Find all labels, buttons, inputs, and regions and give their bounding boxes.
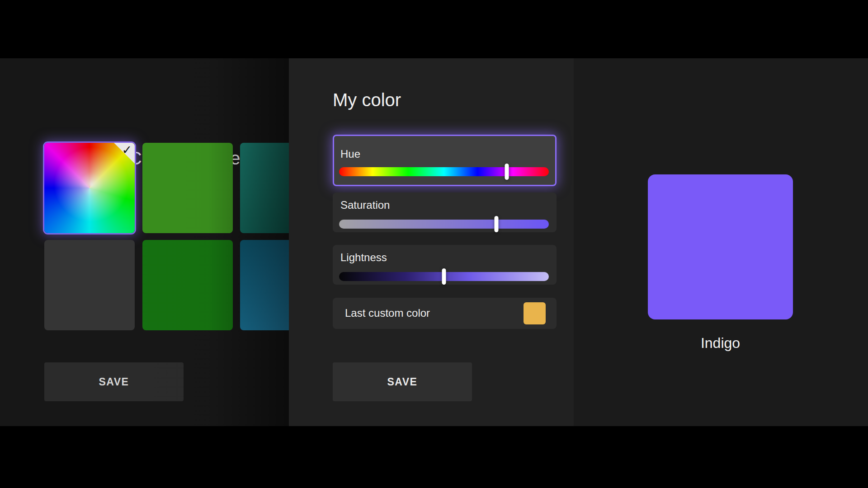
last-custom-color-row[interactable]: Last custom color (333, 298, 557, 329)
swatch-dark-gray[interactable] (44, 240, 135, 330)
hue-slider-track[interactable] (339, 167, 549, 176)
save-button[interactable]: SAVE (333, 362, 472, 401)
saturation-slider-card[interactable]: Saturation (333, 192, 557, 232)
lightness-label: Lightness (340, 251, 387, 264)
lightness-slider-card[interactable]: Lightness (333, 245, 557, 285)
my-color-panel: My color Hue Saturation Lightness Last c… (289, 58, 868, 426)
hue-label: Hue (340, 148, 360, 160)
saturation-label: Saturation (340, 199, 390, 211)
panel-title: My color (333, 89, 401, 111)
swatch-custom-color[interactable]: ✓ (44, 143, 135, 233)
hue-slider-card[interactable]: Hue (333, 135, 557, 186)
checkmark-icon: ✓ (122, 143, 132, 157)
color-preview-swatch (648, 174, 793, 319)
lightness-slider-thumb[interactable] (442, 268, 446, 285)
saturation-slider-track[interactable] (339, 220, 549, 229)
last-custom-color-label: Last custom color (345, 307, 430, 319)
swatch-dark-green[interactable] (142, 240, 233, 330)
lightness-slider-track[interactable] (339, 272, 549, 281)
swatch-green[interactable] (142, 143, 233, 233)
left-save-button[interactable]: SAVE (44, 362, 184, 401)
last-custom-color-swatch[interactable] (524, 302, 546, 324)
saturation-slider-thumb[interactable] (495, 216, 499, 232)
hue-slider-thumb[interactable] (505, 164, 509, 180)
screen: My color - Custom: Laver ✓ SAVE My color… (0, 0, 868, 488)
preview-color-name: Indigo (648, 335, 793, 352)
